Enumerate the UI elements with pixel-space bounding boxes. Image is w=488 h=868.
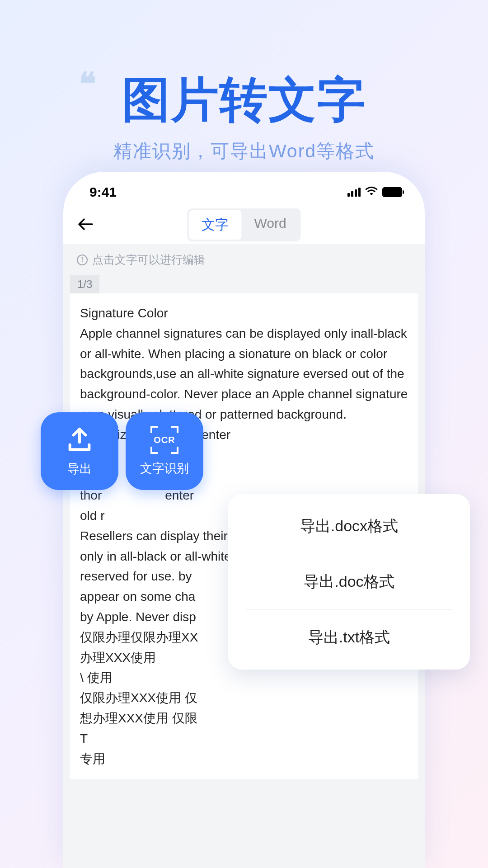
tab-text[interactable]: 文字 bbox=[189, 210, 241, 240]
hint-text: 点击文字可以进行编辑 bbox=[92, 252, 205, 267]
tab-switcher: 文字 Word bbox=[187, 208, 300, 241]
export-txt[interactable]: 导出.txt格式 bbox=[246, 609, 452, 665]
upload-icon bbox=[65, 425, 94, 454]
hero-section: ❝ 图片转文字 精准识别，可导出Word等格式 bbox=[0, 0, 488, 164]
ocr-scan-icon: OCR bbox=[150, 426, 178, 454]
export-doc[interactable]: 导出.doc格式 bbox=[246, 554, 452, 609]
quote-mark-icon: ❝ bbox=[79, 66, 91, 103]
page-title: 图片转文字 bbox=[0, 68, 488, 132]
export-menu: 导出.docx格式 导出.doc格式 导出.txt格式 bbox=[228, 494, 470, 670]
export-button[interactable]: 导出 bbox=[41, 412, 118, 490]
status-time: 9:41 bbox=[89, 184, 117, 200]
tab-word[interactable]: Word bbox=[241, 210, 299, 240]
export-docx[interactable]: 导出.docx格式 bbox=[228, 499, 470, 554]
signal-icon bbox=[347, 188, 361, 197]
page-subtitle: 精准识别，可导出Word等格式 bbox=[0, 139, 488, 164]
page-indicator: 1/3 bbox=[70, 275, 99, 293]
info-icon: ! bbox=[77, 255, 88, 265]
status-bar: 9:41 bbox=[63, 172, 425, 208]
wifi-icon bbox=[365, 186, 378, 198]
hint-bar: ! 点击文字可以进行编辑 bbox=[63, 244, 425, 275]
nav-bar: 文字 Word bbox=[63, 208, 425, 244]
ocr-label: 文字识别 bbox=[140, 460, 189, 476]
status-icons bbox=[347, 186, 402, 198]
export-label: 导出 bbox=[67, 461, 92, 477]
back-button[interactable] bbox=[78, 216, 93, 233]
battery-icon bbox=[382, 187, 402, 197]
ocr-button[interactable]: OCR 文字识别 bbox=[126, 412, 203, 490]
